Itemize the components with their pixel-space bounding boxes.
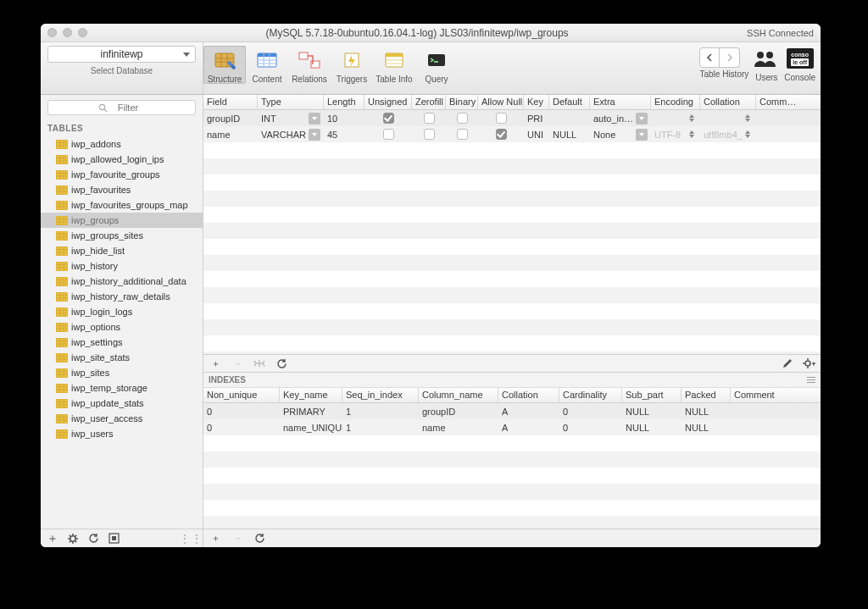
column-header[interactable]: Unsigned: [364, 95, 412, 109]
table-item[interactable]: iwp_sites: [41, 365, 203, 380]
field-encoding[interactable]: [651, 110, 700, 126]
column-header[interactable]: Field: [203, 95, 258, 109]
refresh-structure-button[interactable]: [275, 357, 288, 370]
tool-content[interactable]: Content: [246, 46, 288, 84]
add-index-button[interactable]: ＋: [209, 532, 222, 545]
indexes-empty-area[interactable]: [203, 435, 821, 529]
table-item[interactable]: iwp_site_stats: [41, 350, 203, 365]
table-item[interactable]: iwp_hide_list: [41, 243, 203, 258]
table-item[interactable]: iwp_addons: [41, 136, 203, 152]
index-column-header[interactable]: Collation: [498, 388, 559, 402]
settings-button[interactable]: ▾: [802, 357, 815, 370]
checkbox[interactable]: [496, 129, 507, 140]
tool-structure[interactable]: Structure: [203, 46, 246, 84]
dropdown-arrow-icon[interactable]: [636, 113, 648, 125]
remove-field-button[interactable]: －: [231, 357, 244, 370]
field-comment[interactable]: [756, 110, 795, 126]
edit-button[interactable]: [780, 357, 793, 370]
checkbox[interactable]: [496, 113, 507, 124]
table-item[interactable]: iwp_favourites_groups_map: [41, 197, 203, 213]
index-column-header[interactable]: Cardinality: [559, 388, 622, 402]
table-actions-button[interactable]: [66, 532, 80, 545]
table-history-back-button[interactable]: [699, 47, 720, 68]
database-select[interactable]: infinitewp: [47, 46, 196, 63]
field-collation[interactable]: utf8mb4_: [700, 126, 756, 142]
table-item[interactable]: iwp_history_additional_data: [41, 274, 203, 289]
duplicate-field-button[interactable]: [253, 357, 266, 370]
dropdown-arrow-icon[interactable]: [309, 129, 320, 141]
index-column-header[interactable]: Non_unique: [203, 388, 280, 402]
table-item[interactable]: iwp_users: [41, 426, 203, 441]
column-header[interactable]: Extra: [590, 95, 651, 109]
table-item[interactable]: iwp_groups_sites: [41, 228, 203, 243]
field-comment[interactable]: [756, 126, 795, 142]
field-length[interactable]: 10: [324, 110, 364, 126]
structure-row[interactable]: groupIDINT10PRIauto_in…: [203, 110, 821, 126]
table-item[interactable]: iwp_groups: [41, 213, 203, 228]
stepper-icon[interactable]: [743, 130, 753, 138]
column-header[interactable]: Collation: [700, 95, 756, 109]
dropdown-arrow-icon[interactable]: [636, 129, 648, 141]
checkbox[interactable]: [424, 129, 435, 140]
index-column-header[interactable]: Key_name: [280, 388, 342, 402]
table-item[interactable]: iwp_history: [41, 258, 203, 274]
tool-triggers[interactable]: Triggers: [331, 46, 373, 84]
index-column-header[interactable]: Packed: [682, 388, 731, 402]
table-item[interactable]: iwp_update_stats: [41, 396, 203, 411]
index-row[interactable]: 0name_UNIQUE1nameA0NULLNULL: [203, 419, 821, 435]
column-header[interactable]: Length: [324, 95, 364, 109]
column-header[interactable]: Type: [258, 95, 324, 109]
field-extra[interactable]: None: [590, 126, 651, 142]
index-row[interactable]: 0PRIMARY1groupIDA0NULLNULL: [203, 403, 821, 419]
field-type[interactable]: VARCHAR: [258, 126, 324, 142]
checkbox[interactable]: [383, 113, 394, 124]
dropdown-arrow-icon[interactable]: [309, 113, 320, 125]
table-history-forward-button[interactable]: [720, 47, 740, 68]
field-default[interactable]: NULL: [549, 126, 590, 142]
checkbox[interactable]: [424, 113, 435, 124]
checkbox[interactable]: [457, 129, 468, 140]
close-window-button[interactable]: [47, 28, 57, 37]
table-filter-input[interactable]: [111, 102, 145, 113]
field-extra[interactable]: auto_in…: [590, 110, 651, 126]
column-header[interactable]: Allow Null: [478, 95, 524, 109]
field-name[interactable]: groupID: [203, 110, 258, 126]
table-item[interactable]: iwp_user_access: [41, 411, 203, 426]
sidebar-resize-handle[interactable]: ⋮⋮: [184, 532, 198, 545]
minimize-window-button[interactable]: [63, 28, 72, 37]
add-field-button[interactable]: ＋: [209, 357, 222, 370]
table-item[interactable]: iwp_temp_storage: [41, 380, 203, 396]
table-item[interactable]: iwp_allowed_login_ips: [41, 152, 203, 167]
table-item[interactable]: iwp_favourites: [41, 182, 203, 197]
add-table-button[interactable]: ＋: [46, 532, 59, 545]
column-header[interactable]: Encoding: [651, 95, 700, 109]
refresh-tables-button[interactable]: [86, 532, 100, 545]
field-encoding[interactable]: UTF-8: [651, 126, 700, 142]
table-item[interactable]: iwp_history_raw_details: [41, 289, 203, 304]
table-item[interactable]: iwp_login_logs: [41, 304, 203, 319]
column-header[interactable]: Key: [524, 95, 549, 109]
field-length[interactable]: 45: [324, 126, 364, 142]
table-item[interactable]: iwp_favourite_groups: [41, 167, 203, 182]
console-icon[interactable]: conso le off: [786, 46, 815, 71]
stepper-icon[interactable]: [743, 114, 753, 122]
index-column-header[interactable]: Seq_in_index: [342, 388, 419, 402]
structure-row[interactable]: nameVARCHAR45UNINULLNoneUTF-8utf8mb4_: [203, 126, 821, 142]
table-item[interactable]: iwp_options: [41, 319, 203, 335]
stepper-icon[interactable]: [687, 114, 697, 122]
column-header[interactable]: Comm…: [756, 95, 795, 109]
table-filter[interactable]: [47, 100, 196, 115]
field-name[interactable]: name: [203, 126, 258, 142]
tool-table-info[interactable]: Table Info: [373, 46, 415, 84]
table-item[interactable]: iwp_settings: [41, 335, 203, 350]
column-header[interactable]: Default: [549, 95, 590, 109]
checkbox[interactable]: [383, 129, 394, 140]
field-type[interactable]: INT: [258, 110, 324, 126]
checkbox[interactable]: [457, 113, 468, 124]
refresh-indexes-button[interactable]: [253, 532, 266, 545]
field-collation[interactable]: [700, 110, 756, 126]
tool-query[interactable]: Query: [415, 46, 458, 84]
structure-empty-area[interactable]: [203, 142, 821, 354]
toggle-info-button[interactable]: [107, 532, 120, 545]
indexes-drag-handle[interactable]: [807, 377, 815, 383]
